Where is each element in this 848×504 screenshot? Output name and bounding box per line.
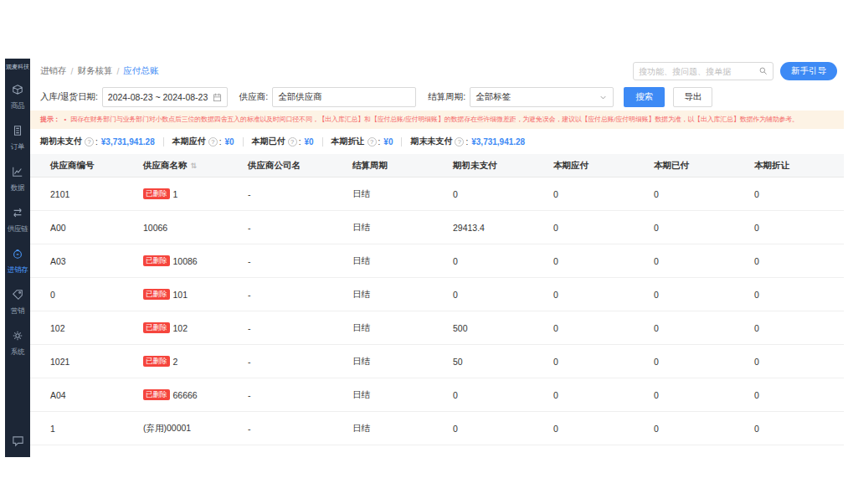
help-icon[interactable]: ? [85, 137, 94, 147]
deleted-badge: 已删除 [143, 356, 170, 367]
global-search-box [633, 62, 773, 80]
supplier-filter-label: 供应商: [239, 91, 268, 103]
breadcrumb-separator: / [71, 66, 74, 76]
summary-value: ¥3,731,941.28 [471, 137, 525, 147]
global-search-input[interactable] [639, 67, 758, 76]
notice-text: 因存在财务部门与业务部门对小数点后三位的数据四舍五入的标准以及时间口径不同，【出… [70, 116, 799, 123]
supplier-name: 1 [173, 189, 178, 199]
main-content: 进销存 / 财务核算 / 应付总账 新手引导 入库/退货日期: 供应商: [30, 59, 844, 457]
col-current-discount: 本期折让 [746, 160, 844, 172]
sidebar-item-orders[interactable]: 订单 [5, 118, 30, 159]
deleted-badge: 已删除 [143, 322, 170, 333]
deleted-badge: 已删除 [143, 389, 170, 400]
deleted-badge: 已删除 [143, 255, 170, 266]
table-row[interactable]: 1021 已删除 2 - 日结 50 0 0 0 [30, 345, 844, 378]
sidebar-item-marketing[interactable]: 营销 [5, 282, 30, 323]
sidebar-item-label: 营销 [11, 306, 24, 316]
supplier-name: 10086 [173, 256, 198, 266]
breadcrumb-item[interactable]: 进销存 [40, 65, 67, 77]
supplier-name: 10066 [143, 223, 167, 233]
summary-closing-unpaid: 期末未支付 ? : ¥3,731,941.28 [410, 136, 525, 147]
table-row[interactable]: A00 10066 - 日结 29413.4 0 0 0 [30, 211, 844, 244]
table-row[interactable]: A03 已删除 10086 - 日结 0 0 0 0 [30, 244, 844, 278]
table-row[interactable]: 2101 已删除 1 - 日结 0 0 0 0 [30, 177, 844, 211]
col-supplier-code: 供应商编号 [30, 160, 135, 172]
notice-bar: 提示： • 因存在财务部门与业务部门对小数点后三位的数据四舍五入的标准以及时间口… [30, 111, 844, 129]
search-icon[interactable] [758, 64, 768, 79]
supplier-name: 101 [173, 290, 188, 300]
col-opening-unpaid: 期初未支付 [445, 160, 545, 172]
sidebar-item-inventory[interactable]: 进销存 [5, 241, 30, 282]
topbar-right: 新手引导 [633, 62, 837, 80]
gear-icon [12, 330, 23, 345]
chart-line-icon [12, 166, 23, 181]
help-icon[interactable]: ? [288, 137, 297, 147]
supplier-name: (弃用)00001 [143, 423, 191, 435]
sidebar-item-label: 进销存 [8, 265, 28, 275]
col-current-payable: 本期应付 [545, 160, 645, 172]
col-current-paid: 本期已付 [645, 160, 746, 172]
date-range-input[interactable] [108, 92, 209, 102]
logo: 观麦科技 [6, 64, 29, 70]
summary-divider [243, 137, 244, 147]
deleted-badge: 已删除 [143, 289, 170, 300]
summary-opening-unpaid: 期初未支付 ? : ¥3,731,941.28 [40, 136, 155, 147]
date-range-field [102, 87, 228, 107]
notice-prefix: 提示： [40, 116, 59, 123]
sidebar-item-system[interactable]: 系统 [5, 323, 30, 364]
customer-service-icon[interactable] [12, 435, 24, 450]
sidebar-item-supply-chain[interactable]: 供应链 [5, 200, 30, 241]
breadcrumb-current: 应付总账 [123, 65, 158, 77]
beginner-guide-button[interactable]: 新手引导 [780, 62, 837, 80]
summary-value: ¥0 [383, 137, 393, 147]
summary-value: ¥0 [225, 137, 234, 147]
help-icon[interactable]: ? [455, 137, 464, 147]
sidebar: 观麦科技 商品 订单 数据 供应链 进销存 营销 系统 [5, 59, 30, 457]
table-row[interactable]: 1 (弃用)00001 - 日结 0 0 0 0 [30, 412, 844, 445]
sidebar-item-label: 数据 [11, 183, 24, 193]
col-supplier-name: 供应商名称 ⇅ [135, 160, 239, 172]
sort-icon[interactable]: ⇅ [191, 162, 198, 170]
summary-divider [322, 137, 323, 147]
help-icon[interactable]: ? [367, 137, 377, 147]
exchange-arrows-icon [12, 207, 23, 222]
sidebar-item-goods[interactable]: 商品 [5, 77, 30, 118]
payables-table: 供应商编号 供应商名称 ⇅ 供应商公司名 结算周期 期初未支付 本期应付 本期已… [30, 154, 844, 457]
col-company-name: 供应商公司名 [239, 160, 344, 172]
summary-current-discount: 本期折让 ? : ¥0 [331, 136, 393, 147]
filter-bar: 入库/退货日期: 供应商: 结算周期: 全部标签 搜索 导出 [30, 84, 844, 111]
summary-current-paid: 本期已付 ? : ¥0 [252, 136, 314, 147]
settlement-cycle-select[interactable]: 全部标签 [470, 87, 614, 107]
deleted-badge: 已删除 [143, 188, 170, 199]
sidebar-item-data[interactable]: 数据 [5, 159, 30, 200]
table-row[interactable]: A04 已删除 66666 - 日结 0 0 0 0 [30, 378, 844, 412]
supplier-name: 66666 [173, 390, 198, 400]
help-icon[interactable]: ? [208, 137, 218, 147]
summary-divider [163, 137, 164, 147]
col-settlement-cycle: 结算周期 [344, 160, 445, 172]
order-file-icon [12, 125, 23, 140]
table-row[interactable]: 0 已删除 101 - 日结 0 0 0 0 [30, 278, 844, 311]
breadcrumb-item[interactable]: 财务核算 [77, 65, 112, 77]
search-button[interactable]: 搜索 [624, 87, 665, 107]
sidebar-item-label: 订单 [11, 142, 24, 152]
calendar-icon[interactable] [213, 93, 222, 102]
table-header: 供应商编号 供应商名称 ⇅ 供应商公司名 结算周期 期初未支付 本期应付 本期已… [30, 154, 844, 177]
sidebar-item-label: 系统 [11, 347, 24, 357]
supplier-field [272, 87, 416, 107]
app-window: 观麦科技 商品 订单 数据 供应链 进销存 营销 系统 [5, 59, 844, 457]
cycle-selected-value: 全部标签 [475, 91, 511, 103]
chevron-down-icon [599, 93, 608, 102]
notice-bullet: • [64, 116, 66, 123]
table-row[interactable]: 102 已删除 102 - 日结 500 0 0 0 [30, 311, 844, 345]
sidebar-item-label: 供应链 [8, 224, 28, 234]
export-button[interactable]: 导出 [673, 87, 712, 107]
supplier-name: 102 [173, 323, 188, 333]
summary-value: ¥3,731,941.28 [101, 137, 155, 147]
supplier-input[interactable] [278, 92, 410, 102]
summary-divider [401, 137, 402, 147]
piggy-bank-icon [12, 248, 23, 263]
goods-box-icon [12, 84, 23, 99]
cycle-filter-label: 结算周期: [428, 91, 465, 103]
breadcrumb: 进销存 / 财务核算 / 应付总账 [40, 65, 158, 77]
